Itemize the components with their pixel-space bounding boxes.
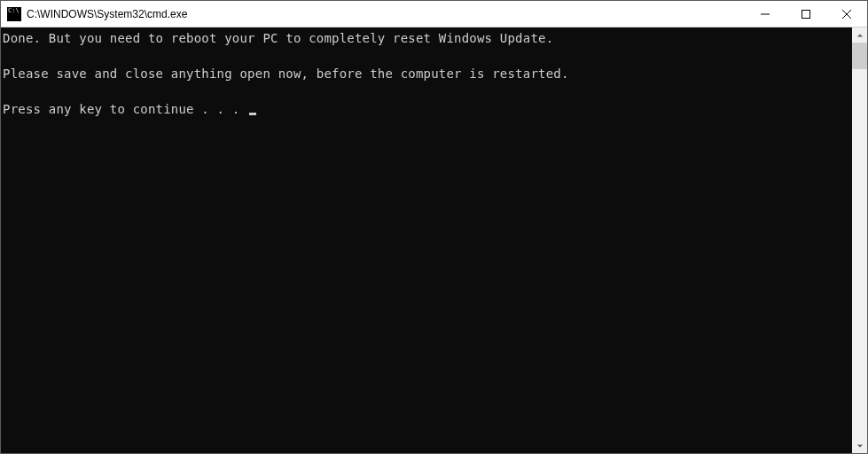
console-line: Press any key to continue . . .	[3, 102, 247, 116]
close-button[interactable]	[826, 1, 867, 27]
scroll-up-button[interactable]	[852, 27, 867, 43]
chevron-down-icon	[856, 442, 864, 450]
close-icon	[842, 10, 851, 19]
minimize-button[interactable]	[745, 1, 786, 27]
maximize-button[interactable]	[786, 1, 826, 27]
window-title: C:\WINDOWS\System32\cmd.exe	[27, 8, 745, 20]
cmd-window: C:\WINDOWS\System32\cmd.exe Done. But yo…	[0, 0, 868, 454]
titlebar[interactable]: C:\WINDOWS\System32\cmd.exe	[1, 1, 867, 27]
window-controls	[745, 1, 867, 27]
console-cursor	[249, 113, 256, 115]
svg-rect-1	[802, 10, 810, 18]
scrollbar-thumb[interactable]	[852, 43, 867, 69]
console-output[interactable]: Done. But you need to reboot your PC to …	[1, 27, 852, 453]
cmd-icon	[7, 7, 21, 21]
scrollbar-track[interactable]	[852, 43, 867, 438]
vertical-scrollbar[interactable]	[852, 27, 867, 453]
console-line: Done. But you need to reboot your PC to …	[3, 31, 553, 45]
minimize-icon	[761, 10, 770, 19]
maximize-icon	[802, 10, 810, 19]
chevron-up-icon	[856, 32, 864, 39]
scroll-down-button[interactable]	[852, 438, 867, 453]
client-area: Done. But you need to reboot your PC to …	[1, 27, 867, 453]
console-line: Please save and close anything open now,…	[3, 67, 569, 81]
